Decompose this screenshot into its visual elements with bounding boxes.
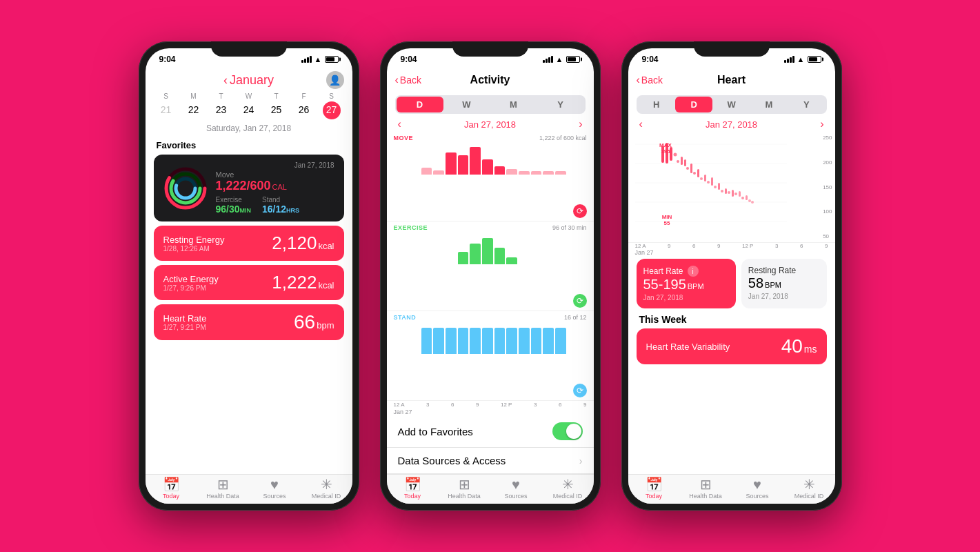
tab-medical-2[interactable]: ✳ Medical ID [542, 477, 594, 500]
tab-medical-1[interactable]: ✳ Medical ID [301, 477, 352, 500]
tab-medical-icon: ✳ [321, 477, 332, 491]
activity-move-label: Move [216, 170, 334, 179]
period-m[interactable]: M [490, 97, 537, 112]
exercise-chart-row: EXERCISE 96 of 30 min ⟳ [387, 221, 594, 311]
bar-stand-9 [519, 328, 530, 354]
heart-rate-card-3[interactable]: Heart Rate i 55-195 BPM Jan 27, 2018 [637, 259, 736, 308]
exercise-value: 96 of 30 min [552, 224, 587, 231]
favorites-toggle[interactable] [552, 422, 583, 440]
bar-stand-6 [482, 328, 493, 354]
data-sources-row[interactable]: Data Sources & Access › [387, 448, 594, 474]
cal-day-24[interactable]: 24 [235, 101, 263, 119]
move-circle[interactable]: ⟳ [573, 204, 587, 218]
phone-2: 9:04 ▲ ‹ Back Activity D W M Y [380, 41, 601, 511]
chart-next-3[interactable]: › [820, 118, 823, 130]
cal-day-23[interactable]: 23 [208, 101, 235, 119]
active-energy-card[interactable]: Active Energy 1/27, 9:26 PM 1,222 kcal [154, 265, 344, 300]
svg-point-24 [700, 177, 703, 180]
resting-energy-label: Resting Energy [163, 235, 225, 245]
tab-sources-1[interactable]: ♥ Sources [249, 477, 301, 500]
svg-rect-21 [690, 164, 692, 173]
resting-energy-card[interactable]: Resting Energy 1/28, 12:26 AM 2,120 kcal [154, 226, 344, 261]
active-energy-unit: kcal [318, 280, 334, 290]
tab-medical-icon-2: ✳ [562, 477, 574, 491]
cal-day-21[interactable]: 21 [152, 101, 180, 119]
toggle-thumb [566, 424, 581, 439]
hr-card-value: 55-195 BPM [643, 277, 729, 293]
tab-health-1[interactable]: ⊞ Health Data [197, 477, 249, 500]
heart-svg: MAX 195 [635, 137, 801, 234]
bar-move-3 [446, 152, 457, 175]
period-m-3[interactable]: M [750, 97, 788, 112]
resting-rate-value: 58 BPM [748, 275, 820, 291]
back-button-2[interactable]: ‹ Back [395, 75, 421, 86]
tab-today-icon-2: 📅 [404, 477, 421, 491]
svg-point-36 [741, 197, 744, 199]
tab-health-icon-3: ⊞ [700, 477, 712, 491]
period-y-3[interactable]: Y [788, 97, 825, 112]
tab-sources-label-3: Sources [746, 493, 768, 500]
tab-today-2[interactable]: 📅 Today [387, 477, 439, 500]
bar-stand-10 [531, 328, 542, 354]
activity-date: Jan 27, 2018 [216, 161, 334, 169]
period-selector-2: D W M Y [395, 95, 586, 114]
activity-move-val: 1,222/600 [216, 179, 271, 193]
nav-1: ‹ January 👤 [146, 68, 352, 92]
svg-rect-13 [661, 146, 664, 163]
chart-next-2[interactable]: › [579, 118, 582, 130]
heart-rate-card-1[interactable]: Heart Rate 1/27, 9:21 PM 66 bpm [154, 304, 344, 340]
tab-medical-label-2: Medical ID [553, 493, 583, 500]
resting-rate-card[interactable]: Resting Rate 58 BPM Jan 27, 2018 [741, 259, 827, 308]
tab-health-2[interactable]: ⊞ Health Data [439, 477, 490, 500]
cal-day-27[interactable]: 27 [323, 101, 341, 119]
nav-2: ‹ Back Activity [387, 68, 594, 92]
tab-health-3[interactable]: ⊞ Health Data [680, 477, 732, 500]
activity-info: Jan 27, 2018 Move 1,222/600 CAL Exercise… [216, 161, 334, 215]
chart-date-2: Jan 27, 2018 [464, 119, 516, 130]
exercise-circle[interactable]: ⟳ [573, 294, 587, 308]
add-favorites-row[interactable]: Add to Favorites [387, 415, 594, 448]
cal-day-26[interactable]: 26 [290, 101, 318, 119]
bar-stand-11 [543, 328, 554, 354]
phone-3: 9:04 ▲ ‹ Back Heart H D W M Y [621, 41, 842, 511]
period-d[interactable]: D [397, 97, 443, 112]
heart-rate-unit: bpm [317, 320, 334, 331]
move-value: 1,222 of 600 kcal [539, 135, 587, 141]
bar-move-4 [458, 155, 469, 175]
period-w-3[interactable]: W [712, 97, 750, 112]
cal-day-22[interactable]: 22 [180, 101, 208, 119]
tab-sources-label-2: Sources [504, 493, 527, 500]
bar-move-5 [470, 147, 481, 175]
period-w[interactable]: W [443, 97, 490, 112]
avatar-1[interactable]: 👤 [326, 71, 344, 89]
svg-rect-27 [711, 177, 713, 186]
period-selector-3: H D W M Y [637, 95, 827, 114]
date-subtitle-1: Saturday, Jan 27, 2018 [146, 122, 352, 137]
month-title-1[interactable]: ‹ January [223, 73, 274, 88]
period-h-3[interactable]: H [638, 97, 675, 112]
nav-title-3: Heart [717, 74, 746, 86]
tab-medical-3[interactable]: ✳ Medical ID [783, 477, 835, 500]
period-y[interactable]: Y [537, 97, 584, 112]
activity-card[interactable]: Jan 27, 2018 Move 1,222/600 CAL Exercise… [154, 155, 344, 221]
svg-point-30 [721, 190, 723, 193]
back-button-3[interactable]: ‹ Back [637, 75, 663, 86]
hr-info-icon[interactable]: i [688, 266, 699, 277]
cal-day-25[interactable]: 25 [263, 101, 290, 119]
stand-chart-row: STAND 16 of 12 ⟳ [387, 311, 594, 401]
hrv-card[interactable]: Heart Rate Variability 40 ms [637, 328, 827, 364]
heart-rate-value: 66 bpm [294, 311, 334, 333]
back-chevron-2: ‹ [395, 75, 399, 86]
svg-rect-14 [666, 143, 668, 164]
tab-sources-3[interactable]: ♥ Sources [732, 477, 783, 500]
wifi-2: ▲ [556, 55, 563, 63]
tab-sources-icon-2: ♥ [512, 477, 520, 491]
tab-sources-2[interactable]: ♥ Sources [490, 477, 542, 500]
tab-today-1[interactable]: 📅 Today [146, 477, 197, 500]
stand-circle[interactable]: ⟳ [573, 384, 587, 397]
bar-move-7 [494, 166, 506, 175]
chart-prev-3[interactable]: ‹ [639, 118, 643, 130]
period-d-3[interactable]: D [675, 97, 712, 112]
tab-today-3[interactable]: 📅 Today [628, 477, 680, 500]
chart-prev-2[interactable]: ‹ [398, 118, 401, 130]
